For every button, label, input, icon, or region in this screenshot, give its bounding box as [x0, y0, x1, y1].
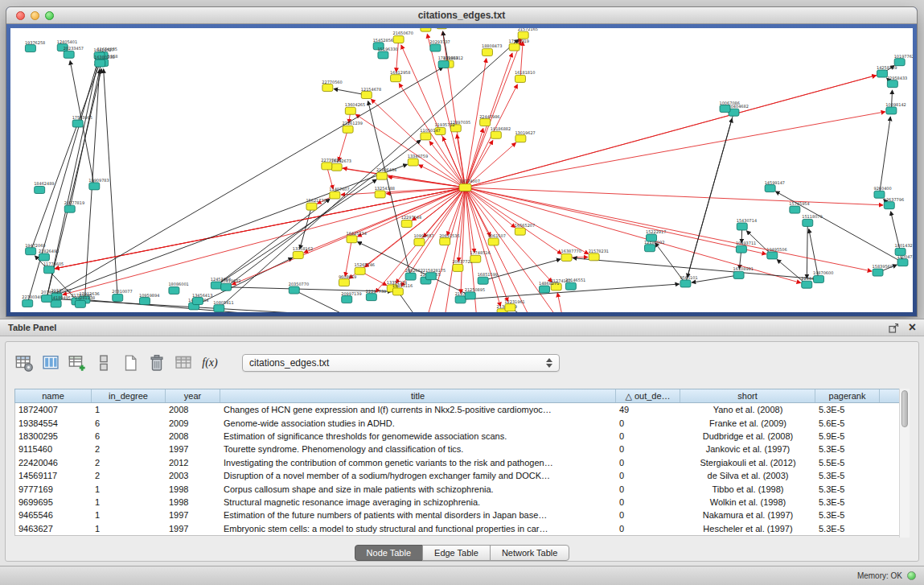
graph-node[interactable]: [72, 120, 83, 127]
graph-node[interactable]: [733, 271, 744, 278]
graph-node[interactable]: [23, 299, 33, 307]
graph-node[interactable]: [214, 305, 224, 312]
graph-node[interactable]: [378, 51, 388, 59]
graph-node[interactable]: [737, 223, 747, 230]
graph-node[interactable]: [375, 191, 385, 198]
table-row[interactable]: 1872400712008Changes of HCN gene express…: [15, 403, 909, 416]
table-row[interactable]: 911546021997Tourette syndrome. Phenomeno…: [15, 443, 909, 455]
graph-node[interactable]: [515, 228, 525, 235]
graph-node[interactable]: [645, 245, 655, 252]
table-row[interactable]: 977716911998Corpus callosum shape and si…: [15, 482, 909, 495]
graph-node[interactable]: [897, 259, 908, 266]
table-row[interactable]: 1938455462009Genome-wide association stu…: [15, 416, 909, 429]
graph-node[interactable]: [169, 286, 179, 294]
graph-node[interactable]: [64, 51, 74, 58]
graph-node[interactable]: [421, 133, 431, 140]
graph-node[interactable]: [814, 275, 824, 282]
table-scrollbar[interactable]: [899, 389, 910, 538]
graph-node[interactable]: [465, 292, 475, 299]
graph-node[interactable]: [480, 119, 491, 126]
graph-node[interactable]: [322, 163, 332, 170]
graph-node[interactable]: [518, 31, 528, 39]
graph-node[interactable]: [35, 186, 45, 193]
table-select[interactable]: citations_edges.txt: [242, 354, 560, 372]
graph-node[interactable]: [192, 298, 203, 305]
tab-node-table[interactable]: Node Table: [355, 545, 423, 561]
graph-node[interactable]: [509, 43, 519, 51]
function-builder-icon[interactable]: f(x): [199, 352, 220, 373]
graph-node[interactable]: [361, 92, 372, 99]
graph-node[interactable]: [515, 135, 526, 142]
graph-node[interactable]: [884, 202, 894, 209]
graph-node[interactable]: [64, 205, 75, 212]
graph-node[interactable]: [391, 75, 401, 82]
graph-node[interactable]: [293, 251, 303, 258]
graph-node[interactable]: [95, 60, 105, 67]
graph-node[interactable]: [51, 300, 61, 307]
graph-node[interactable]: [26, 248, 36, 255]
column-header-in_degree[interactable]: in_degree: [92, 389, 166, 402]
graph-node[interactable]: [482, 48, 492, 56]
graph-node[interactable]: [873, 269, 883, 276]
graph-node[interactable]: [790, 206, 800, 213]
graph-node[interactable]: [887, 80, 897, 88]
network-canvas[interactable]: 1872400713019627191868822244798612897035…: [10, 28, 913, 312]
graph-node[interactable]: [355, 267, 365, 274]
graph-node[interactable]: [425, 273, 436, 280]
table-row[interactable]: 946554611997Estimation of the future num…: [15, 509, 909, 521]
graph-node[interactable]: [376, 172, 387, 179]
graph-node[interactable]: [877, 70, 888, 77]
table-panel-header[interactable]: Table Panel ×: [0, 319, 924, 336]
column-header-out_de[interactable]: △ out_de…: [616, 389, 680, 402]
zoom-window-button[interactable]: [45, 11, 54, 20]
close-panel-icon[interactable]: ×: [909, 323, 916, 332]
graph-node[interactable]: [75, 300, 85, 307]
graph-node[interactable]: [414, 238, 425, 245]
graph-node[interactable]: [392, 288, 403, 295]
graph-node[interactable]: [647, 234, 657, 241]
graph-node[interactable]: [488, 238, 499, 245]
column-header-short[interactable]: short: [680, 389, 815, 402]
graph-node[interactable]: [505, 304, 515, 311]
graph-node[interactable]: [767, 252, 778, 259]
graph-node[interactable]: [437, 28, 447, 29]
tab-network-table[interactable]: Network Table: [490, 545, 570, 561]
graph-node[interactable]: [43, 266, 54, 274]
graph-node[interactable]: [113, 294, 123, 301]
column-header-title[interactable]: title: [220, 389, 616, 402]
graph-node[interactable]: [366, 294, 376, 301]
graph-node[interactable]: [89, 183, 100, 190]
tab-edge-table[interactable]: Edge Table: [422, 545, 491, 561]
graph-node[interactable]: [455, 296, 466, 303]
graph-node[interactable]: [401, 220, 412, 227]
table-row[interactable]: 946362711997Embryonic stem cells: a mode…: [15, 522, 909, 535]
graph-node[interactable]: [894, 59, 905, 66]
column-header-pagerank[interactable]: pagerank: [815, 389, 880, 402]
graph-node[interactable]: [736, 245, 746, 253]
graph-node[interactable]: [139, 298, 150, 305]
minimize-window-button[interactable]: [31, 11, 39, 20]
graph-node[interactable]: [802, 281, 812, 288]
column-header-year[interactable]: year: [166, 389, 220, 402]
graph-node[interactable]: [42, 295, 52, 302]
graph-node[interactable]: [680, 280, 691, 287]
graph-node[interactable]: [430, 44, 441, 51]
trash-icon[interactable]: [146, 352, 167, 373]
graph-node[interactable]: [453, 264, 463, 271]
graph-node[interactable]: [221, 283, 232, 290]
graph-node[interactable]: [342, 296, 352, 303]
table-disabled-icon[interactable]: [173, 352, 194, 373]
graph-node[interactable]: [330, 192, 340, 199]
graph-node[interactable]: [589, 253, 599, 261]
graph-node[interactable]: [438, 60, 449, 68]
graph-node[interactable]: [405, 273, 416, 280]
column-header-name[interactable]: name: [15, 389, 92, 402]
edit-table-icon[interactable]: [67, 352, 88, 373]
graph-node[interactable]: [25, 45, 35, 52]
table-row[interactable]: 1830029562008Estimation of significance …: [15, 430, 909, 443]
graph-node[interactable]: [491, 131, 501, 138]
graph-node[interactable]: [339, 279, 349, 286]
graph-node[interactable]: [421, 28, 431, 31]
graph-node[interactable]: [331, 163, 342, 171]
graph-node[interactable]: [720, 105, 730, 113]
